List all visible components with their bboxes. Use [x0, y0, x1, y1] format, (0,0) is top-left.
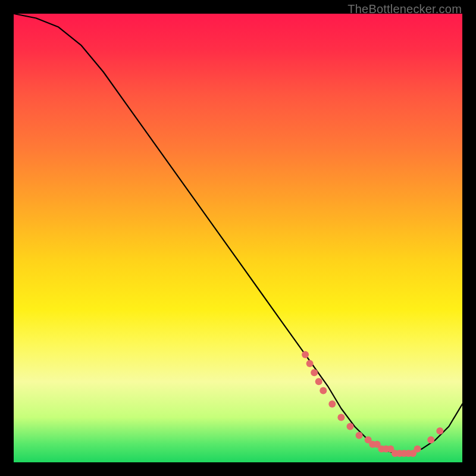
highlight-dot: [328, 400, 336, 408]
marker-group: [302, 351, 443, 457]
highlight-dot: [306, 360, 314, 367]
highlight-dot: [347, 423, 354, 430]
highlight-dot: [302, 351, 309, 358]
highlight-dot: [320, 387, 327, 394]
chart-frame: TheBottlenecker.com: [0, 0, 476, 476]
highlight-dot: [414, 445, 421, 452]
chart-overlay-svg: [14, 14, 462, 462]
chart-plot-area: [14, 14, 462, 462]
highlight-dot: [436, 427, 443, 434]
curve-line: [14, 14, 462, 453]
highlight-dot: [315, 378, 322, 385]
highlight-dot: [311, 369, 318, 376]
highlight-dot: [356, 432, 363, 439]
highlight-dot: [427, 436, 434, 443]
attribution-text: TheBottlenecker.com: [347, 2, 462, 16]
highlight-dot: [337, 414, 345, 421]
